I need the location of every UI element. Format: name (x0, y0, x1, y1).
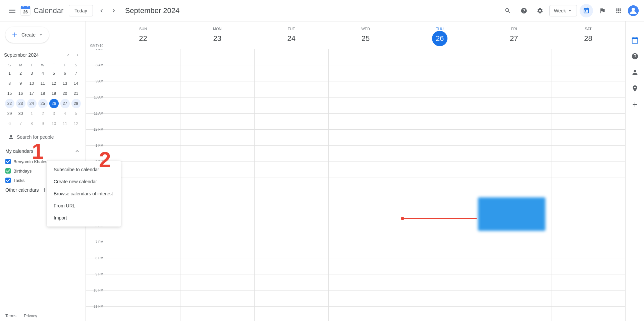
mini-cal-day[interactable]: 7 (16, 119, 25, 128)
day-cell[interactable] (254, 291, 328, 307)
day-cell[interactable] (551, 178, 625, 194)
day-cell[interactable] (477, 291, 551, 307)
day-cell[interactable] (254, 178, 328, 194)
day-cell[interactable] (254, 162, 328, 178)
day-cell[interactable] (106, 146, 180, 162)
day-cell[interactable] (180, 98, 254, 114)
day-cell[interactable] (106, 65, 180, 81)
day-cell[interactable] (106, 49, 180, 65)
mini-cal-day[interactable]: 9 (16, 79, 25, 88)
day-cell[interactable] (106, 81, 180, 98)
menu-button[interactable] (5, 4, 19, 17)
mini-cal-day[interactable]: 26 (49, 99, 59, 108)
day-cell[interactable] (551, 81, 625, 98)
tasks-icon-button[interactable] (596, 4, 609, 17)
day-cell[interactable] (180, 258, 254, 274)
mini-cal-day[interactable]: 9 (38, 119, 48, 128)
day-cell[interactable] (403, 114, 477, 130)
mini-cal-day[interactable]: 23 (16, 99, 25, 108)
day-cell[interactable] (551, 114, 625, 130)
day-cell[interactable] (328, 194, 402, 210)
day-cell[interactable] (106, 291, 180, 307)
day-cell[interactable] (328, 291, 402, 307)
mini-cal-day[interactable]: 7 (71, 69, 81, 78)
mini-cal-day[interactable]: 3 (49, 109, 59, 118)
day-cell[interactable] (106, 98, 180, 114)
day-cell[interactable] (106, 307, 180, 321)
day-cell[interactable] (477, 146, 551, 162)
day-cell[interactable] (403, 146, 477, 162)
mini-cal-day[interactable]: 16 (16, 89, 25, 98)
settings-button[interactable] (533, 4, 547, 17)
mini-cal-day[interactable]: 8 (5, 79, 14, 88)
day-cell[interactable] (106, 242, 180, 258)
mini-cal-day[interactable]: 27 (60, 99, 70, 108)
menu-import[interactable]: Import (47, 212, 121, 224)
grid-apps-button[interactable] (612, 4, 625, 17)
day-cell[interactable] (180, 81, 254, 98)
mini-cal-day[interactable]: 25 (38, 99, 48, 108)
mini-cal-day[interactable]: 12 (49, 79, 59, 88)
mini-cal-day[interactable]: 6 (60, 69, 70, 78)
day-cell[interactable] (551, 258, 625, 274)
mini-cal-day[interactable]: 22 (5, 99, 14, 108)
day-cell[interactable] (328, 146, 402, 162)
mini-cal-day[interactable]: 19 (49, 89, 59, 98)
day-cell[interactable] (254, 130, 328, 146)
menu-from-url[interactable]: From URL (47, 200, 121, 212)
day-cell[interactable] (403, 194, 477, 210)
day-cell[interactable] (254, 98, 328, 114)
mini-cal-day[interactable]: 4 (38, 69, 48, 78)
day-cell[interactable] (254, 146, 328, 162)
day-cell[interactable] (477, 274, 551, 291)
day-cell[interactable] (180, 194, 254, 210)
day-cell[interactable] (106, 274, 180, 291)
day-cell[interactable] (180, 226, 254, 242)
day-cell[interactable] (328, 130, 402, 146)
search-button[interactable] (501, 4, 515, 17)
help-button[interactable] (517, 4, 531, 17)
day-cell[interactable] (180, 242, 254, 258)
day-cell[interactable] (403, 65, 477, 81)
day-cell[interactable] (403, 242, 477, 258)
day-cell[interactable] (403, 98, 477, 114)
day-cell[interactable] (254, 65, 328, 81)
event-block[interactable] (478, 197, 545, 231)
mini-cal-prev[interactable]: ‹ (64, 51, 72, 59)
day-cell[interactable] (551, 291, 625, 307)
day-cell[interactable] (328, 307, 402, 321)
day-cell[interactable] (551, 162, 625, 178)
mini-cal-day[interactable]: 10 (49, 119, 59, 128)
mini-cal-day[interactable]: 2 (38, 109, 48, 118)
day-cell[interactable] (551, 146, 625, 162)
mini-cal-day[interactable]: 17 (27, 89, 37, 98)
day-cell[interactable] (180, 49, 254, 65)
day-cell[interactable] (106, 130, 180, 146)
calendar-icon-button[interactable] (580, 4, 593, 17)
day-cell[interactable] (551, 65, 625, 81)
right-help-icon[interactable] (628, 50, 642, 63)
day-cell[interactable] (403, 49, 477, 65)
day-cell[interactable] (551, 226, 625, 242)
mini-cal-day[interactable]: 6 (5, 119, 14, 128)
day-cell[interactable] (551, 194, 625, 210)
day-cell[interactable] (403, 258, 477, 274)
day-cell[interactable] (328, 178, 402, 194)
day-cell[interactable] (180, 65, 254, 81)
day-cell[interactable] (551, 130, 625, 146)
mini-cal-day[interactable]: 20 (60, 89, 70, 98)
day-cell[interactable] (477, 98, 551, 114)
day-cell[interactable] (551, 210, 625, 226)
mini-cal-day[interactable]: 8 (27, 119, 37, 128)
day-cell[interactable] (477, 242, 551, 258)
mini-cal-day[interactable]: 15 (5, 89, 14, 98)
day-cell[interactable] (403, 307, 477, 321)
mini-cal-day[interactable]: 24 (27, 99, 37, 108)
day-cell[interactable] (254, 258, 328, 274)
day-cell[interactable] (254, 226, 328, 242)
view-selector[interactable]: Week (549, 5, 577, 16)
terms-link[interactable]: Terms (5, 314, 16, 318)
right-add-icon[interactable] (628, 98, 642, 111)
mini-cal-day[interactable]: 12 (71, 119, 81, 128)
day-cell[interactable] (180, 274, 254, 291)
